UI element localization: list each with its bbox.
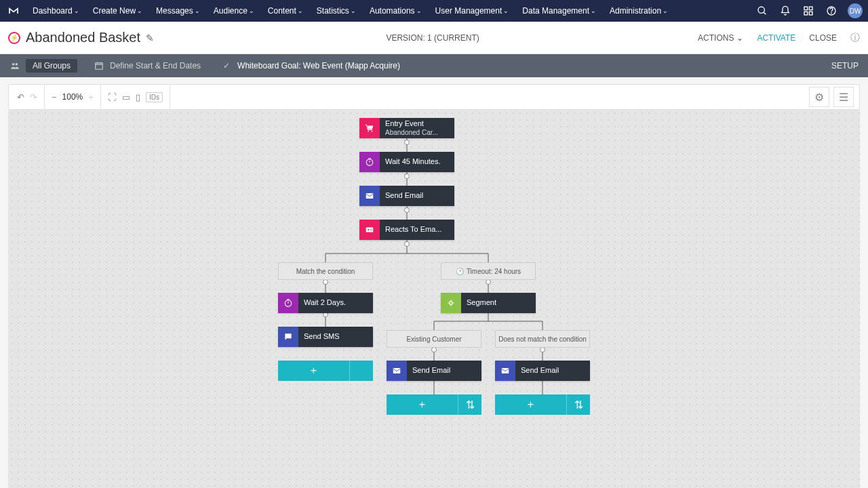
condition-match[interactable]: Match the condition [278,262,373,280]
dates-selector[interactable]: Define Start & End Dates [84,54,201,77]
close-button[interactable]: CLOSE [809,33,837,43]
svg-point-7 [831,13,832,14]
chevron-down-icon: ⌄ [298,7,303,14]
node-sublabel: Abandoned Car... [385,129,449,137]
activate-button[interactable]: ACTIVATE [757,33,795,43]
node-label: Segment [467,298,530,307]
nav-dashboard[interactable]: Dashboard⌄ [27,3,85,18]
split-icon[interactable]: ⇅ [566,394,590,415]
settings-icon[interactable]: ⚙ [809,87,829,107]
node-send-email-3[interactable]: Send Email [495,361,590,381]
nav-statistics[interactable]: Statistics⌄ [311,3,361,18]
fit-button[interactable]: ⛶ [108,92,117,102]
list-icon[interactable]: ☰ [833,87,854,107]
add-step-right[interactable]: + ⇅ [495,394,590,415]
chevron-down-icon: ⌄ [74,7,79,14]
split-icon[interactable] [349,361,373,381]
chevron-down-icon: ⌄ [195,7,200,14]
chevron-down-icon: ⌄ [736,33,743,43]
page-header: ⚡ Abandoned Basket ✎ VERSION: 1 (CURRENT… [0,22,868,54]
svg-rect-2 [804,7,808,10]
svg-point-40 [450,302,453,305]
canvas-toolbar: ↶ ↷ − 100% + ⛶ ▭ ▯ IDs ⚙ ☰ [8,84,860,110]
groups-selector[interactable]: All Groups [0,54,84,77]
page-title: Abandoned Basket [26,30,140,45]
clock-icon: 🕐 [456,268,464,275]
svg-rect-3 [809,7,812,10]
undo-button[interactable]: ↶ [17,92,24,102]
search-icon[interactable] [755,4,769,18]
subbar: All Groups Define Start & End Dates ✓ Wh… [0,54,868,77]
ids-toggle[interactable]: IDs [146,92,163,102]
align-button[interactable]: ▯ [136,92,140,102]
cart-icon [359,118,380,138]
node-reacts-email[interactable]: Reacts To Ema... [359,220,454,240]
chevron-down-icon: ⌄ [416,7,422,14]
edit-title-icon[interactable]: ✎ [146,33,154,43]
svg-rect-5 [809,12,812,15]
node-label: Wait 45 Minutes. [385,157,449,166]
zoom-out-button[interactable]: − [52,92,57,102]
nav-create-new[interactable]: Create New⌄ [87,3,148,18]
flow-canvas[interactable]: Entry EventAbandoned Car... Wait 45 Minu… [8,110,860,488]
zoom-level: 100% [62,92,83,102]
svg-point-0 [758,7,764,13]
timer-icon [278,293,298,313]
node-label: Wait 2 Days. [304,298,368,307]
view-button[interactable]: ▭ [122,92,130,102]
plus-icon[interactable]: + [278,361,349,381]
node-entry-event[interactable]: Entry EventAbandoned Car... [359,118,454,138]
plus-icon[interactable]: + [495,394,566,415]
redo-button[interactable]: ↷ [30,92,37,102]
svg-point-9 [16,63,18,66]
segment-icon [441,293,461,313]
info-icon[interactable]: ⓘ [850,32,860,44]
svg-point-29 [366,159,372,165]
add-step-mid[interactable]: + ⇅ [387,394,481,415]
bell-icon[interactable] [778,4,792,18]
add-step-left[interactable]: + [278,361,373,381]
node-label: Send SMS [304,332,368,341]
condition-no-match[interactable]: Does not match the condition [495,330,590,348]
node-send-email-2[interactable]: Send Email [387,361,481,381]
version-label: VERSION: 1 (CURRENT) [167,33,698,43]
node-send-sms[interactable]: Send SMS [278,327,373,347]
nav-audience[interactable]: Audience⌄ [208,3,260,18]
apps-icon[interactable] [802,4,815,18]
nav-data-management[interactable]: Data Management⌄ [517,3,601,18]
split-icon[interactable]: ⇅ [458,394,481,415]
zoom-in-button[interactable]: + [88,92,94,102]
condition-timeout[interactable]: 🕐 Timeout: 24 hours [441,262,536,280]
node-segment[interactable]: Segment [441,293,536,313]
chevron-down-icon: ⌄ [663,7,668,14]
plus-icon[interactable]: + [387,394,458,415]
svg-point-8 [12,63,15,66]
nav-administration[interactable]: Administration⌄ [604,3,673,18]
chevron-down-icon: ⌄ [503,7,509,14]
email-icon [495,361,515,381]
help-icon[interactable] [825,4,838,18]
group-icon [8,61,22,70]
svg-rect-41 [393,368,401,373]
nav-automations[interactable]: Automations⌄ [364,3,427,18]
chevron-down-icon: ⌄ [137,7,142,14]
node-label: Send Email [521,366,585,375]
actions-button[interactable]: ACTIONS ⌄ [698,33,743,43]
nav-user-management[interactable]: User Management⌄ [430,3,515,18]
sms-icon [278,327,298,347]
calendar-icon [92,61,106,70]
nav-content[interactable]: Content⌄ [262,3,309,18]
flow-icon: ⚡ [8,32,20,44]
svg-rect-33 [366,228,374,232]
check-icon: ✓ [220,61,233,70]
condition-existing-customer[interactable]: Existing Customer [387,330,481,348]
goal-display[interactable]: ✓ Whiteboard Goal: Web Event (Mapp Acqui… [212,54,400,77]
node-send-email-1[interactable]: Send Email [359,186,454,206]
avatar[interactable]: DW [848,3,863,18]
svg-point-27 [368,131,369,132]
node-wait-45[interactable]: Wait 45 Minutes. [359,152,454,172]
setup-button[interactable]: SETUP [822,54,868,77]
node-wait-2-days[interactable]: Wait 2 Days. [278,293,373,313]
nav-messages[interactable]: Messages⌄ [151,3,205,18]
logo[interactable] [5,3,22,19]
